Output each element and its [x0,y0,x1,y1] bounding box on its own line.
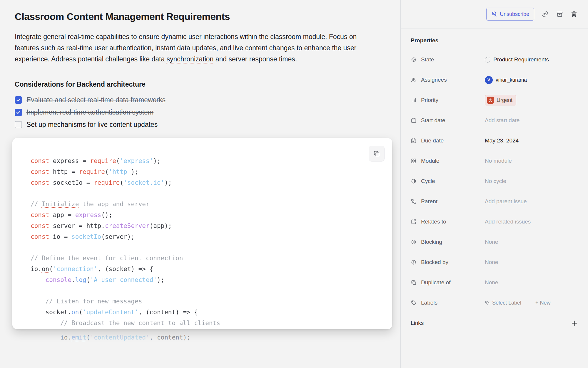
priority-value[interactable]: Urgent [485,95,578,105]
copy-code-button[interactable] [369,146,385,162]
checklist-item[interactable]: Set up mechanisms for live content updat… [15,121,392,129]
property-label-module: Module [411,158,485,164]
code-line: // Listen for new messages [31,296,380,307]
issue-main-panel: Classroom Content Management Requirement… [0,0,400,368]
copy-icon [373,150,380,157]
checklist-item-label: Set up mechanisms for live content updat… [26,121,158,129]
property-label-blocking: Blocking [411,239,485,245]
duplicate-of-value[interactable]: None [485,279,578,286]
property-label-due-date: Due date [411,137,485,144]
property-label-text: Assignees [421,77,447,83]
unsubscribe-label: Unsubscribe [500,11,529,17]
checklist-item[interactable]: Evaluate and select real-time data frame… [15,96,392,104]
property-label-blocked-by: Blocked by [411,259,485,266]
property-label-cycle: Cycle [411,178,485,184]
property-label-priority: Priority [411,97,485,103]
property-label-start-date: Start date [411,117,485,124]
urgent-icon [487,97,494,104]
issue-title[interactable]: Classroom Content Management Requirement… [15,11,392,22]
issue-description[interactable]: Integrate general real-time capabilities… [15,31,383,65]
blocked-icon [411,259,417,265]
state-group-icon [485,57,490,63]
issue-detail-view: Classroom Content Management Requirement… [0,0,588,368]
property-row-relates-to: Relates toAdd related issues [411,215,578,228]
property-label-text: Blocked by [421,259,448,266]
priority-badge-label: Urgent [497,97,512,103]
archive-button[interactable] [556,11,563,18]
duplicate-icon [411,280,417,285]
property-label-text: Due date [421,137,444,144]
start-date-icon [411,117,417,123]
module-icon [411,158,417,164]
properties-list: StateProduct RequirementsAssigneesVvihar… [411,53,578,309]
code-line: // Define the event for client connectio… [31,253,380,264]
property-row-labels: LabelsSelect Label+ New [411,296,578,309]
module-value[interactable]: No module [485,158,578,164]
due-date-value[interactable]: May 23, 2024 [485,137,578,144]
checked-checkbox[interactable] [15,109,22,116]
code-line: const http = require('http'); [31,167,380,177]
checklist-item[interactable]: Implement real-time authentication syste… [15,108,392,116]
code-line [31,285,380,296]
property-label-text: Priority [421,97,438,103]
cycle-value[interactable]: No cycle [485,178,578,184]
property-label-assignees: Assignees [411,77,485,83]
code-line: // Broadcast the new content to all clie… [31,318,380,329]
due-date-icon [411,138,417,144]
code-line: const server = http.createServer(app); [31,221,380,231]
select-label-button[interactable]: Select Label [485,300,521,306]
plus-icon [571,320,578,327]
assignees-value[interactable]: Vvihar_kurama [485,76,578,84]
unchecked-checkbox[interactable] [15,121,22,128]
assignee-name: vihar_kurama [496,77,527,83]
checklist-item-label: Implement real-time authentication syste… [26,108,153,116]
assignees-icon [411,77,417,83]
priority-badge[interactable]: Urgent [485,95,516,105]
start-date-value[interactable]: Add start date [485,117,578,124]
description-misspelled-word: synchronization [167,55,214,63]
unsubscribe-button[interactable]: Unsubscribe [486,8,534,21]
blocked-by-value[interactable]: None [485,259,578,266]
relates-to-value[interactable]: Add related issues [485,219,578,225]
property-row-state: StateProduct Requirements [411,53,578,66]
property-row-parent: ParentAdd parent issue [411,195,578,208]
links-heading: Links [411,320,424,326]
link-icon [542,11,549,18]
property-row-cycle: CycleNo cycle [411,175,578,188]
checked-checkbox[interactable] [15,96,22,104]
parent-icon [411,199,417,204]
code-line: // Initialize the app and server [31,199,380,210]
property-label-relates-to: Relates to [411,219,485,225]
code-line [31,242,380,253]
parent-value[interactable]: Add parent issue [485,198,578,205]
blocking-icon [411,239,417,245]
code-line: const socketIo = require('socket.io'); [31,177,380,188]
code-content[interactable]: const express = require('express');const… [31,156,380,329]
property-label-text: Parent [421,198,437,205]
code-block-card: const express = require('express');const… [12,138,392,329]
checklist: Evaluate and select real-time data frame… [15,96,392,129]
sidebar-toolbar: Unsubscribe [401,0,588,28]
assignee-avatar: V [485,76,493,84]
property-row-module: ModuleNo module [411,154,578,167]
delete-button[interactable] [571,11,577,18]
state-value[interactable]: Product Requirements [485,56,578,63]
properties-heading: Properties [411,37,578,44]
issue-properties-sidebar: Unsubscribe Properties StateProduct Requ… [400,0,588,368]
cycle-icon [411,178,417,184]
description-text-tail: and server response times. [213,55,297,63]
priority-icon [411,97,417,103]
tag-icon [485,300,490,305]
property-row-priority: PriorityUrgent [411,94,578,107]
property-row-due-date: Due dateMay 23, 2024 [411,134,578,147]
property-row-start-date: Start dateAdd start date [411,114,578,127]
property-label-text: Relates to [421,219,446,225]
property-label-text: Duplicate of [421,279,450,286]
labels-value: Select Label+ New [485,300,578,306]
property-row-assignees: AssigneesVvihar_kurama [411,73,578,86]
copy-link-button[interactable] [542,11,549,18]
add-link-button[interactable] [571,320,578,327]
new-label-button[interactable]: + New [535,300,551,306]
code-line [31,188,380,199]
blocking-value[interactable]: None [485,239,578,245]
